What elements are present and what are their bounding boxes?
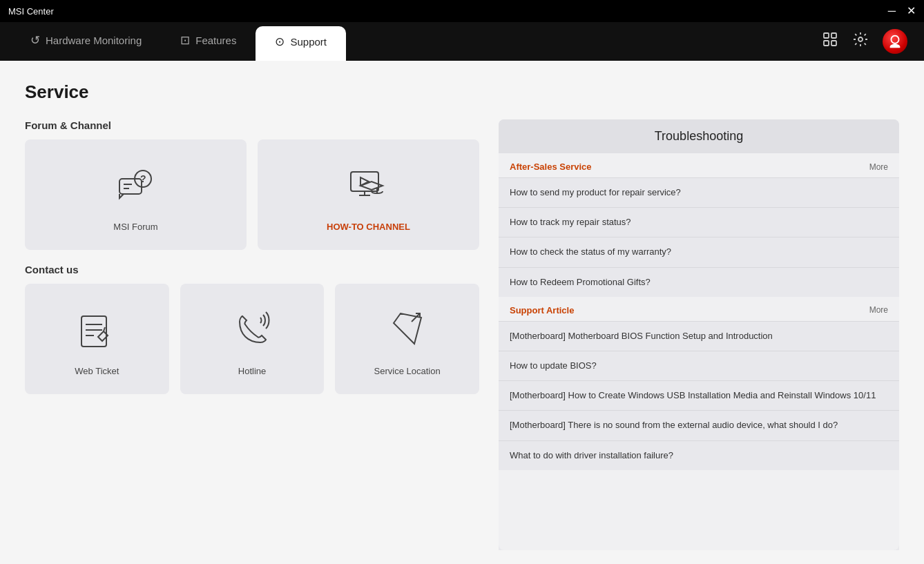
troubleshooting-column: Troubleshooting After-Sales Service More… xyxy=(499,119,899,550)
title-bar: MSI Center ─ ✕ xyxy=(0,0,924,22)
settings-button[interactable] xyxy=(852,31,869,52)
nav-right xyxy=(822,22,913,61)
troubleshoot-header: Troubleshooting xyxy=(499,119,899,153)
howto-channel-card[interactable]: HOW-TO CHANNEL xyxy=(258,139,479,250)
web-ticket-icon xyxy=(75,308,119,355)
support-icon: ⊙ xyxy=(275,35,285,49)
after-sales-more-link[interactable]: More xyxy=(869,162,888,172)
svg-rect-0 xyxy=(824,33,829,38)
main-content: Service Forum & Channel xyxy=(0,61,924,564)
hotline-label: Hotline xyxy=(238,366,266,376)
ts-item-driver-failure[interactable]: What to do with driver installation fail… xyxy=(499,440,899,470)
service-location-icon xyxy=(385,308,430,355)
ts-item-no-sound[interactable]: [Motherboard] There is no sound from the… xyxy=(499,410,899,440)
service-location-card[interactable]: Service Location xyxy=(335,284,479,394)
tab-features-label: Features xyxy=(195,35,236,46)
support-article-header: Support Article More xyxy=(499,297,899,321)
tab-support-label: Support xyxy=(290,36,327,48)
tab-support[interactable]: ⊙ Support xyxy=(256,26,346,61)
msi-forum-label: MSI Forum xyxy=(113,222,157,232)
svg-rect-1 xyxy=(831,33,836,38)
ts-item-update-bios[interactable]: How to update BIOS? xyxy=(499,351,899,380)
contact-section: Contact us xyxy=(25,264,479,394)
msi-forum-icon: ? xyxy=(114,164,158,211)
tab-hardware-monitoring-label: Hardware Monitoring xyxy=(46,35,142,46)
ts-item-track-repair[interactable]: How to track my repair status? xyxy=(499,207,899,237)
ts-item-repair[interactable]: How to send my product for repair servic… xyxy=(499,177,899,207)
support-article-title: Support Article xyxy=(510,305,574,315)
hotline-icon xyxy=(230,308,274,355)
app-name: MSI Center xyxy=(8,6,54,17)
page-title: Service xyxy=(25,81,899,103)
tab-hardware-monitoring[interactable]: ↺ Hardware Monitoring xyxy=(11,22,161,61)
svg-point-4 xyxy=(858,37,863,41)
title-bar-controls: ─ ✕ xyxy=(888,6,916,17)
svg-text:?: ? xyxy=(140,173,146,184)
ts-item-warranty[interactable]: How to check the status of my warranty? xyxy=(499,237,899,266)
svg-line-18 xyxy=(104,327,105,331)
ts-item-promo-gifts[interactable]: How to Redeem Promotional Gifts? xyxy=(499,267,899,297)
msi-forum-card[interactable]: ? MSI Forum xyxy=(25,139,247,250)
contact-section-title: Contact us xyxy=(25,264,479,275)
forum-cards-row: ? MSI Forum xyxy=(25,139,479,250)
hardware-monitoring-icon: ↺ xyxy=(30,33,40,48)
howto-channel-label: HOW-TO CHANNEL xyxy=(327,222,410,232)
ts-item-bios-intro[interactable]: [Motherboard] Motherboard BIOS Function … xyxy=(499,321,899,351)
close-button[interactable]: ✕ xyxy=(907,6,916,17)
howto-channel-icon xyxy=(347,164,391,211)
title-bar-left: MSI Center xyxy=(8,6,54,17)
web-ticket-card[interactable]: Web Ticket xyxy=(25,284,169,394)
forum-section: Forum & Channel xyxy=(25,119,479,250)
service-location-label: Service Location xyxy=(374,366,441,376)
nav-tabs: ↺ Hardware Monitoring ⊡ Features ⊙ Suppo… xyxy=(11,22,346,61)
troubleshoot-title: Troubleshooting xyxy=(655,129,743,143)
grid-button[interactable] xyxy=(822,31,838,52)
left-column: Forum & Channel xyxy=(25,119,479,550)
tab-features[interactable]: ⊡ Features xyxy=(161,22,256,61)
troubleshoot-body: After-Sales Service More How to send my … xyxy=(499,153,899,550)
ts-item-usb-install[interactable]: [Motherboard] How to Create Windows USB … xyxy=(499,380,899,410)
web-ticket-label: Web Ticket xyxy=(75,366,119,376)
user-avatar[interactable] xyxy=(883,29,907,54)
nav-bar: ↺ Hardware Monitoring ⊡ Features ⊙ Suppo… xyxy=(0,22,924,61)
svg-rect-3 xyxy=(831,41,836,46)
troubleshoot-box: Troubleshooting After-Sales Service More… xyxy=(499,119,899,550)
support-article-more-link[interactable]: More xyxy=(869,305,888,315)
hotline-card[interactable]: Hotline xyxy=(180,284,325,394)
forum-section-title: Forum & Channel xyxy=(25,119,479,131)
svg-rect-2 xyxy=(824,41,829,46)
after-sales-title: After-Sales Service xyxy=(510,162,592,172)
content-grid: Forum & Channel xyxy=(25,119,899,550)
after-sales-header: After-Sales Service More xyxy=(499,153,899,177)
contact-cards-row: Web Ticket Hot xyxy=(25,284,479,394)
features-icon: ⊡ xyxy=(180,33,190,48)
minimize-button[interactable]: ─ xyxy=(888,6,896,17)
